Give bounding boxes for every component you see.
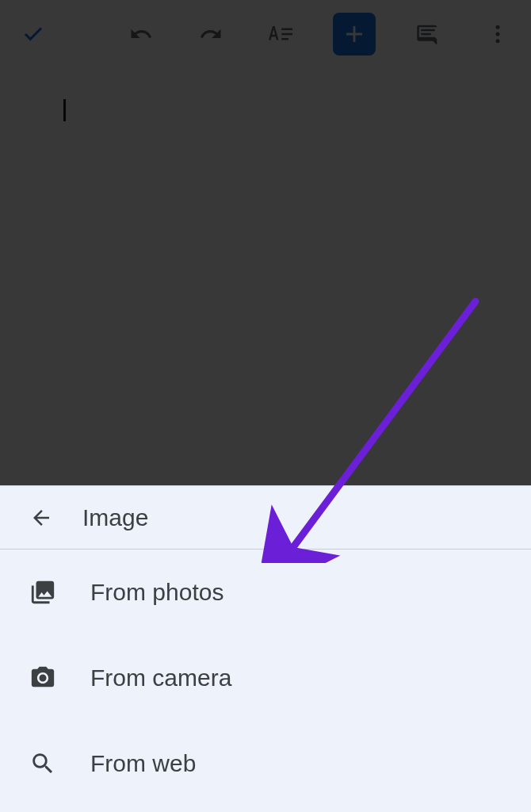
option-label: From camera	[90, 665, 231, 691]
search-icon	[29, 749, 57, 778]
arrow-left-icon	[29, 506, 53, 530]
sheet-options: From photos From camera From web	[0, 550, 531, 806]
sheet-title: Image	[82, 504, 148, 531]
option-label: From photos	[90, 579, 223, 606]
option-from-photos[interactable]: From photos	[0, 550, 531, 635]
photos-icon	[29, 578, 57, 607]
back-button[interactable]	[25, 502, 57, 534]
option-from-camera[interactable]: From camera	[0, 635, 531, 721]
camera-icon	[29, 664, 57, 692]
option-from-web[interactable]: From web	[0, 721, 531, 806]
insert-image-sheet: Image From photos From camera From web	[0, 485, 531, 812]
option-label: From web	[90, 750, 196, 777]
sheet-header: Image	[0, 486, 531, 550]
app-screen: Image From photos From camera From web	[0, 0, 531, 812]
modal-scrim[interactable]	[0, 0, 531, 485]
